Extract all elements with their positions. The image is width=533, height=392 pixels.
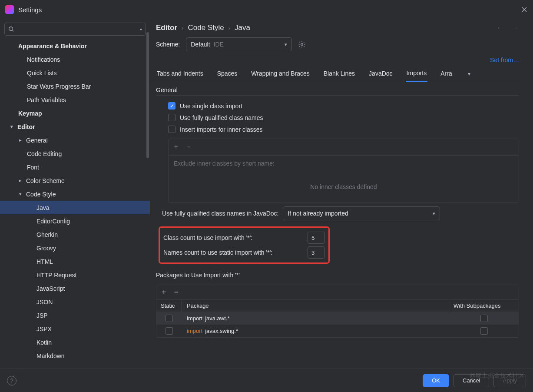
add-icon[interactable]: + [162,288,166,297]
checkbox[interactable]: ✓ [168,102,175,110]
help-icon[interactable]: ? [7,376,17,385]
sidebar-item-label: JavaScript [36,285,65,292]
apply-button[interactable]: Apply [493,374,526,387]
tab-tabs-and-indents[interactable]: Tabs and Indents [156,66,204,81]
sidebar-item-markdown[interactable]: Markdown [0,349,150,362]
sidebar-item-star-wars-progress-bar[interactable]: Star Wars Progress Bar [0,80,150,93]
sidebar-item-appearance-behavior[interactable]: Appearance & Behavior [0,39,150,53]
highlighted-counts: Class count to use import with '*': Name… [159,226,330,264]
tab-spaces[interactable]: Spaces [216,66,238,81]
check-row: Insert imports for inner classes [156,123,519,135]
table-row[interactable]: import javax.swing.* [156,325,519,337]
nav-arrows: ← → [497,24,519,32]
class-count-input[interactable] [308,232,325,244]
sidebar-item-label: Keymap [18,110,42,117]
remove-icon[interactable]: − [186,143,191,152]
sidebar-item-jspx[interactable]: JSPX [0,322,150,336]
gear-icon[interactable] [298,40,306,48]
checkbox[interactable] [166,315,173,322]
tabs: Tabs and IndentsSpacesWrapping and Brace… [150,66,525,82]
sidebar-item-label: Code Editing [27,150,62,157]
sidebar-item-path-variables[interactable]: Path Variables [0,93,150,106]
checkbox[interactable] [168,126,175,133]
package-name: java.awt.* [205,315,229,322]
check-row: ✓Use single class import [156,100,519,112]
sidebar-item-notifications[interactable]: Notifications [0,53,150,66]
search-dropdown-icon[interactable]: ▾ [140,27,142,32]
sidebar-item-code-style[interactable]: ▾Code Style [0,187,150,201]
search-input[interactable] [17,26,137,33]
sidebar-item-font[interactable]: Font [0,160,150,174]
sidebar-item-java[interactable]: Java [0,201,150,214]
table-row[interactable]: import java.awt.* [156,312,519,325]
package-name: javax.swing.* [205,328,238,334]
sidebar-item-label: JSON [36,299,53,306]
checkbox[interactable] [168,114,175,121]
cancel-button[interactable]: Cancel [454,374,489,387]
chevron-down-icon: ▾ [433,211,435,216]
remove-icon[interactable]: − [174,288,179,297]
javadoc-fqn-row: Use fully qualified class names in JavaD… [150,203,525,224]
sidebar-item-editor[interactable]: ▾Editor [0,120,150,133]
chevron-down-icon: ▾ [285,42,287,47]
breadcrumb-editor[interactable]: Editor [156,23,177,32]
sidebar-scrollbar[interactable] [146,32,149,158]
sidebar-item-gherkin[interactable]: Gherkin [0,228,150,241]
sidebar-item-label: EditorConfig [36,218,70,225]
chevron-right-icon: › [228,25,230,31]
tab-wrapping-and-braces[interactable]: Wrapping and Braces [250,66,310,81]
sidebar-item-label: Groovy [36,245,56,252]
nav-back-icon[interactable]: ← [497,24,503,32]
th-subpackages: With Subpackages [449,300,519,312]
sidebar-item-kotlin[interactable]: Kotlin [0,336,150,349]
content: Editor › Code Style › Java ← → Scheme: D… [150,19,533,369]
checkbox[interactable] [480,327,488,335]
tab-imports[interactable]: Imports [406,66,428,82]
setfrom-link[interactable]: Set from… [490,56,519,63]
sidebar-item-code-editing[interactable]: Code Editing [0,147,150,160]
sidebar-item-jsp[interactable]: JSP [0,309,150,322]
sidebar-item-javascript[interactable]: JavaScript [0,282,150,295]
add-icon[interactable]: + [174,143,179,152]
scheme-dropdown[interactable]: Default IDE ▾ [186,37,292,51]
tab-javadoc[interactable]: JavaDoc [368,66,393,81]
sidebar-item-groovy[interactable]: Groovy [0,241,150,255]
ok-button[interactable]: OK [423,374,449,387]
sidebar-item-keymap[interactable]: Keymap [0,106,150,120]
scheme-suffix: IDE [214,41,224,48]
search-box[interactable]: ▾ [4,23,146,36]
chevron-icon: ▸ [17,178,23,183]
titlebar: Settings [0,0,533,19]
sidebar-item-json[interactable]: JSON [0,295,150,309]
main: ▾ Appearance & BehaviorNotificationsQuic… [0,19,533,369]
sidebar-item-http-request[interactable]: HTTP Request [0,268,150,282]
general-title: General [156,86,519,96]
names-count-input[interactable] [308,246,325,259]
close-icon[interactable] [521,6,528,13]
nav-forward-icon[interactable]: → [512,24,519,32]
sidebar-item-editorconfig[interactable]: EditorConfig [0,214,150,228]
check-label: Insert imports for inner classes [180,126,263,133]
tab-arra[interactable]: Arra [440,66,453,81]
check-label: Use single class import [180,103,242,110]
sidebar-item-label: Code Style [26,191,56,198]
tab-blank-lines[interactable]: Blank Lines [323,66,356,81]
sidebar-item-general[interactable]: ▸General [0,133,150,147]
svg-point-1 [301,43,303,46]
footer: ? OK Cancel Apply [0,369,533,392]
sidebar-item-html[interactable]: HTML [0,255,150,268]
check-row: Use fully qualified class names [156,112,519,123]
breadcrumb-codestyle[interactable]: Code Style [188,23,224,32]
th-package: Package [182,300,449,312]
checkbox[interactable] [166,327,173,335]
javadoc-fqn-dropdown[interactable]: If not already imported ▾ [283,206,440,220]
checkbox[interactable] [480,315,488,322]
exclude-empty: No inner classes defined [169,171,519,203]
sidebar-item-color-scheme[interactable]: ▸Color Scheme [0,174,150,187]
sidebar-item-quick-lists[interactable]: Quick Lists [0,66,150,80]
packages-table: + − Static Package With Subpackages impo… [156,285,519,338]
sidebar-item-label: Font [27,164,39,171]
svg-point-0 [9,27,13,31]
scheme-label: Scheme: [156,41,180,48]
tabs-overflow-icon[interactable]: ▾ [465,67,473,80]
